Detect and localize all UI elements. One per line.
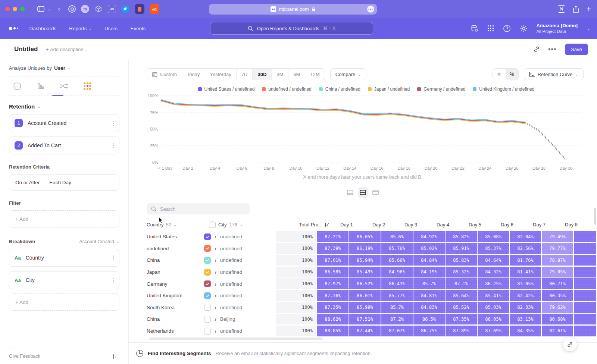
retention-value-cell[interactable]: 85.02% (413, 243, 445, 254)
analyze-value-dropdown[interactable]: User (54, 65, 65, 71)
select-all-checkbox[interactable]: — (209, 222, 216, 228)
retention-value-cell[interactable]: 79.05% (542, 267, 573, 277)
breakdown-card[interactable]: Aa Country (9, 249, 119, 267)
global-search-button[interactable]: Open Reports & Dashboards ⌘ + K (210, 22, 373, 35)
retention-value-cell[interactable]: 84.35% (510, 326, 541, 336)
retention-value-cell[interactable]: 80.68% (542, 314, 573, 324)
expand-row-icon[interactable]: › (215, 281, 216, 287)
nav-item-reports[interactable]: Reports⌄ (69, 26, 92, 31)
tab-group-chevron-icon[interactable]: ⌄ (47, 7, 50, 11)
retention-criteria-card[interactable]: On or After Each Day (9, 174, 119, 191)
retention-value-cell[interactable]: 87.36% (317, 290, 348, 301)
retention-value-cell[interactable]: 82.61% (542, 326, 573, 336)
zoom-window-button[interactable] (20, 7, 25, 11)
retention-section-title[interactable]: Retention⌄ (9, 103, 119, 110)
data-management-icon[interactable] (471, 25, 478, 32)
total-cell[interactable]: 100% (276, 326, 317, 336)
report-title[interactable]: Untitled (14, 46, 38, 53)
kebab-menu-icon[interactable] (113, 145, 114, 146)
retention-value-cell[interactable]: 87.01% (317, 255, 348, 266)
retention-value-cell[interactable]: 87.69% (478, 326, 509, 336)
save-button[interactable]: Save (565, 44, 588, 55)
retention-value-cell[interactable]: 85.41% (478, 290, 509, 301)
row-checkbox-unchecked[interactable] (204, 328, 211, 335)
retention-value-cell[interactable]: 83.13% (510, 314, 541, 324)
retention-line-chart[interactable]: 0%25%50%75%100%< 1 DayDay 2Day 4Day 6Day… (146, 94, 590, 173)
total-cell[interactable]: 100% (276, 267, 317, 277)
country-cell[interactable]: Japan (147, 266, 204, 278)
criteria-interval[interactable]: Each Day (49, 180, 71, 185)
retention-value-cell[interactable]: 86.43% (381, 278, 413, 289)
country-cell[interactable]: Netherlands (147, 325, 204, 337)
country-column-header[interactable]: Country 52 ⌄ (147, 222, 209, 228)
retention-value-cell[interactable]: 79.49% (542, 231, 573, 242)
retention-value-cell[interactable]: 82.04% (510, 231, 541, 242)
row-checkbox-checked[interactable] (204, 280, 211, 287)
retention-value-cell[interactable]: 85.7% (381, 302, 413, 313)
row-checkbox-unchecked[interactable] (204, 316, 211, 323)
expand-row-icon[interactable]: › (215, 328, 216, 334)
total-cell[interactable]: 100% (276, 231, 317, 242)
absolute-numbers-toggle[interactable]: # (493, 69, 506, 80)
retention-value-cell[interactable]: 84.64% (478, 255, 509, 266)
day-column-header[interactable]: Day 5 (459, 222, 491, 228)
total-cell[interactable]: 100% (276, 290, 317, 301)
retention-value-cell[interactable]: 87.07% (381, 326, 413, 336)
retention-value-cell[interactable]: 84.83% (413, 302, 445, 313)
city-column-header[interactable]: — City 176 ⌄ (209, 222, 287, 228)
retention-value-cell[interactable]: 87.97% (317, 278, 348, 289)
kebab-menu-icon[interactable] (113, 280, 114, 281)
kebab-menu-icon[interactable] (113, 257, 114, 258)
tab-insights[interactable] (13, 82, 21, 90)
one-password-extension-icon[interactable] (68, 5, 76, 13)
day-column-header[interactable]: Day 4 (427, 222, 459, 228)
retention-value-cell[interactable]: 85.94% (349, 255, 381, 266)
add-description-button[interactable]: + Add description... (46, 47, 87, 52)
bird-extension-icon[interactable] (121, 5, 129, 13)
address-bar[interactable]: mixpanel.com ••• (209, 4, 377, 15)
retention-value-cell[interactable]: 86.25% (478, 278, 509, 289)
tab-funnels[interactable] (37, 82, 44, 90)
legend-item[interactable]: Germany / undefined (417, 87, 465, 92)
retention-value-cell[interactable]: 81.41% (510, 267, 541, 277)
retention-value-cell[interactable]: 78.87% (542, 255, 573, 266)
retention-value-cell[interactable]: 85.32% (446, 267, 477, 277)
retention-value-cell[interactable]: 83.05% (510, 278, 541, 289)
retention-value-cell[interactable]: 85.49% (349, 267, 381, 277)
retention-value-cell[interactable]: 88.85% (317, 326, 348, 336)
retention-value-cell[interactable]: 86.05% (349, 231, 381, 242)
help-icon[interactable] (503, 25, 511, 32)
add-filter-button[interactable]: + Add (9, 210, 119, 228)
day-column-header[interactable]: Day 2 (363, 222, 395, 228)
retention-value-cell[interactable]: 85.82% (446, 231, 477, 242)
retention-value-cell[interactable]: 85.37% (478, 243, 509, 254)
country-cell[interactable]: United States (147, 231, 204, 243)
close-window-button[interactable] (5, 7, 10, 11)
total-cell[interactable]: 100% (276, 314, 317, 324)
expand-row-icon[interactable]: › (215, 316, 216, 322)
date-range-30d[interactable]: 30D (253, 69, 272, 80)
retention-value-cell[interactable]: 82.56% (510, 243, 541, 254)
day-column-header[interactable]: Day 1 (331, 222, 363, 228)
give-feedback-link[interactable]: Give Feedback (9, 354, 40, 359)
retention-value-cell[interactable]: 84.84% (413, 255, 445, 266)
kebab-menu-icon[interactable] (113, 123, 114, 124)
legend-item[interactable]: undefined / undefined (262, 87, 311, 92)
row-checkbox-checked[interactable] (204, 292, 211, 299)
legend-item[interactable]: China / undefined (319, 87, 360, 92)
expand-row-icon[interactable]: › (215, 257, 216, 263)
retention-value-cell[interactable]: 87.21% (317, 231, 348, 242)
date-range-custom[interactable]: Custom (147, 69, 182, 80)
mixpanel-logo[interactable] (9, 27, 18, 30)
retention-step-card[interactable]: 1 Account Created (9, 114, 119, 132)
monday-extension-icon[interactable]: m (81, 5, 89, 13)
retention-value-cell[interactable]: 85.91% (446, 243, 477, 254)
mixpanel-pinned-tab-icon[interactable] (135, 4, 144, 14)
copy-link-icon[interactable] (533, 46, 540, 53)
soundcloud-extension-icon[interactable] (150, 4, 159, 14)
more-options-icon[interactable]: ••• (548, 46, 557, 53)
criteria-operator[interactable]: On or After (15, 180, 40, 185)
minimize-window-button[interactable] (13, 7, 17, 11)
collapse-sidebar-icon[interactable]: |← (113, 353, 119, 359)
percent-toggle[interactable]: % (506, 69, 518, 80)
